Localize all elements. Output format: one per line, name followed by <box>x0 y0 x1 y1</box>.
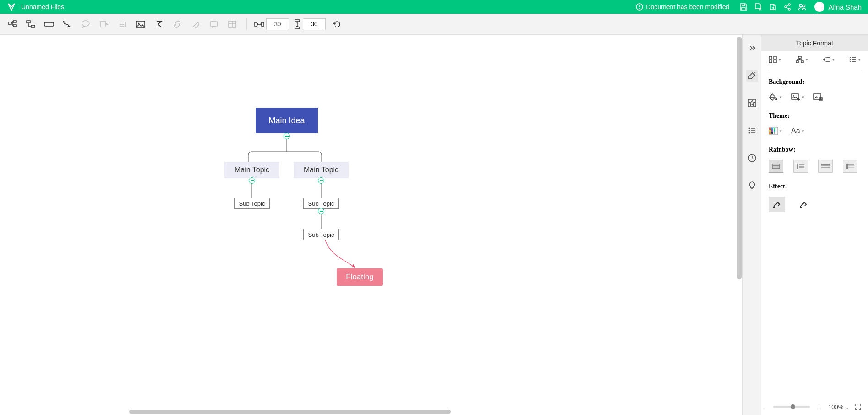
svg-point-5 <box>788 8 790 10</box>
zoom-out-button[interactable]: − <box>759 402 769 411</box>
main-topic-node[interactable]: Main Topic <box>224 162 279 178</box>
user-avatar[interactable] <box>814 2 824 12</box>
svg-point-42 <box>793 95 794 96</box>
insert-attachment-button[interactable] <box>189 17 202 31</box>
v-spacing-input[interactable] <box>303 18 326 30</box>
bg-image-dropdown[interactable]: ▾ <box>791 93 804 101</box>
connector-dropdown[interactable]: ▾ <box>822 56 835 63</box>
fullscreen-button[interactable] <box>853 402 863 411</box>
theme-tab[interactable] <box>746 97 758 109</box>
insert-note-button[interactable] <box>207 17 221 31</box>
insert-floating-button[interactable] <box>42 17 56 31</box>
h-spacing-icon <box>254 21 264 28</box>
history-tab[interactable] <box>746 152 758 164</box>
svg-rect-50 <box>771 130 773 132</box>
save-button[interactable] <box>737 1 749 13</box>
collapse-toggle[interactable] <box>249 177 255 184</box>
svg-rect-43 <box>814 94 821 99</box>
insert-callout-button[interactable] <box>79 17 93 31</box>
insert-subtopic-button[interactable] <box>24 17 38 31</box>
svg-rect-60 <box>799 164 804 165</box>
effect-sketch-button[interactable] <box>769 197 785 212</box>
app-header: Unnamed Files Document has been modified… <box>0 0 868 14</box>
color-theme-dropdown[interactable]: ▾ <box>769 127 782 135</box>
svg-rect-9 <box>13 21 16 22</box>
rainbow-option-3[interactable] <box>818 160 833 173</box>
horizontal-scrollbar[interactable] <box>0 409 742 415</box>
insert-topic-button[interactable] <box>5 17 19 31</box>
main-topic-node[interactable]: Main Topic <box>294 162 349 178</box>
structure-dropdown[interactable]: ▾ <box>796 56 808 63</box>
save-as-button[interactable] <box>752 1 764 13</box>
svg-point-27 <box>748 130 750 131</box>
zoom-value[interactable]: 100% ⌄ <box>828 404 849 410</box>
side-tab-strip <box>742 35 761 415</box>
svg-rect-11 <box>27 21 30 23</box>
toolbar <box>0 14 868 35</box>
tips-tab[interactable] <box>746 180 758 191</box>
expand-panel-button[interactable] <box>746 42 758 54</box>
document-status: Document has been modified <box>636 3 729 11</box>
insert-relationship-button[interactable] <box>60 17 74 31</box>
rainbow-option-1[interactable] <box>769 160 783 173</box>
svg-rect-34 <box>798 56 801 58</box>
svg-rect-16 <box>136 21 145 27</box>
v-spacing-icon <box>294 19 301 29</box>
svg-rect-68 <box>848 165 854 166</box>
sub-topic-node[interactable]: Sub Topic <box>303 198 339 209</box>
sub-topic-node[interactable]: Sub Topic <box>234 198 270 209</box>
export-button[interactable] <box>767 1 779 13</box>
font-theme-dropdown[interactable]: Aa▾ <box>791 127 804 135</box>
insert-summary-button[interactable] <box>115 17 129 31</box>
document-title[interactable]: Unnamed Files <box>21 3 64 11</box>
svg-rect-31 <box>774 56 776 59</box>
svg-rect-18 <box>210 22 218 26</box>
collaborate-button[interactable] <box>796 1 808 13</box>
zoom-slider[interactable] <box>773 406 810 408</box>
svg-rect-64 <box>821 165 830 166</box>
vertical-scrollbar[interactable] <box>736 35 742 409</box>
insert-hyperlink-button[interactable] <box>170 17 184 31</box>
insert-formula-button[interactable] <box>152 17 166 31</box>
svg-point-4 <box>788 4 790 5</box>
rainbow-option-2[interactable] <box>793 160 808 173</box>
h-spacing-input[interactable] <box>266 18 289 30</box>
svg-rect-58 <box>773 167 779 168</box>
svg-rect-52 <box>769 132 771 134</box>
panel-title: Topic Format <box>761 35 868 51</box>
zoom-in-button[interactable]: + <box>814 402 824 411</box>
share-button[interactable] <box>781 1 793 13</box>
svg-rect-61 <box>799 166 804 167</box>
main-idea-node[interactable]: Main Idea <box>256 108 318 133</box>
canvas-area[interactable]: Main Idea Main Topic Main Topic Sub Topi… <box>0 35 742 415</box>
remove-bg-button[interactable] <box>813 93 823 101</box>
format-tab[interactable] <box>746 70 758 82</box>
insert-table-button[interactable] <box>225 17 239 31</box>
effect-label: Effect: <box>761 176 868 193</box>
svg-rect-12 <box>31 25 35 27</box>
svg-point-38 <box>850 59 851 60</box>
rainbow-option-4[interactable] <box>843 160 857 173</box>
sub-topic-node[interactable]: Sub Topic <box>303 229 339 240</box>
numbering-dropdown[interactable]: ▾ <box>849 56 861 63</box>
insert-boundary-button[interactable] <box>97 17 111 31</box>
user-name[interactable]: Alina Shah <box>828 3 862 11</box>
svg-point-39 <box>850 61 851 62</box>
svg-rect-47 <box>771 128 773 130</box>
layout-dropdown[interactable]: ▾ <box>769 56 781 63</box>
refresh-button[interactable] <box>330 17 344 31</box>
svg-rect-35 <box>796 61 798 63</box>
collapse-toggle[interactable] <box>284 133 290 139</box>
floating-topic-node[interactable]: Floating <box>337 268 383 286</box>
svg-point-15 <box>82 21 89 26</box>
collapse-toggle[interactable] <box>318 208 324 214</box>
effect-handdrawn-button[interactable] <box>795 197 812 212</box>
svg-rect-51 <box>774 130 775 132</box>
fill-color-dropdown[interactable]: ▾ <box>769 93 782 101</box>
collapse-toggle[interactable] <box>318 177 324 184</box>
outline-tab[interactable] <box>746 125 758 137</box>
rainbow-label: Rainbow: <box>761 140 868 156</box>
svg-rect-49 <box>769 130 771 132</box>
svg-point-6 <box>799 4 802 7</box>
insert-image-button[interactable] <box>134 17 147 31</box>
